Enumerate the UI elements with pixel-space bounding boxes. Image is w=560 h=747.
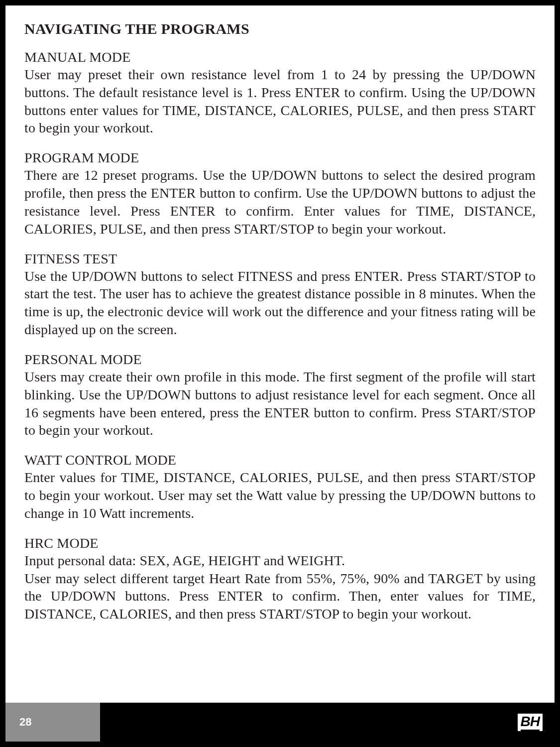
page-footer: 28 BH bbox=[5, 703, 555, 742]
footer-left-block: 28 bbox=[5, 703, 100, 742]
section-head: PROGRAM MODE bbox=[24, 149, 536, 166]
section-program: PROGRAM MODE There are 12 preset program… bbox=[24, 149, 536, 238]
section-watt: WATT CONTROL MODE Enter values for TIME,… bbox=[24, 451, 536, 522]
section-personal: PERSONAL MODE Users may create their own… bbox=[24, 351, 536, 439]
section-manual: MANUAL MODE User may preset their own re… bbox=[24, 48, 536, 137]
page-title: NAVIGATING THE PROGRAMS bbox=[24, 20, 536, 37]
section-body: Users may create their own profile in th… bbox=[24, 368, 536, 439]
section-fitness: FITNESS TEST Use the UP/DOWN buttons to … bbox=[24, 250, 536, 339]
section-body: Input personal data: SEX, AGE, HEIGHT an… bbox=[24, 552, 536, 623]
bh-logo-icon: BH bbox=[518, 714, 543, 731]
section-head: PERSONAL MODE bbox=[24, 351, 536, 368]
section-head: FITNESS TEST bbox=[24, 250, 536, 267]
section-body: User may preset their own resistance lev… bbox=[24, 66, 536, 137]
page-container: NAVIGATING THE PROGRAMS MANUAL MODE User… bbox=[4, 4, 556, 743]
footer-right-block: BH bbox=[100, 703, 555, 742]
section-head: MANUAL MODE bbox=[24, 48, 536, 66]
bh-logo-text: BH bbox=[521, 715, 540, 729]
section-body: Use the UP/DOWN buttons to select FITNES… bbox=[24, 267, 536, 339]
section-head: WATT CONTROL MODE bbox=[24, 451, 536, 469]
section-body: There are 12 preset programs. Use the UP… bbox=[24, 166, 536, 238]
page-number: 28 bbox=[19, 716, 31, 729]
bh-logo-underline bbox=[521, 730, 540, 731]
section-head: HRC MODE bbox=[24, 534, 536, 552]
section-hrc: HRC MODE Input personal data: SEX, AGE, … bbox=[24, 534, 536, 623]
section-body: Enter values for TIME, DISTANCE, CALORIE… bbox=[24, 469, 536, 522]
